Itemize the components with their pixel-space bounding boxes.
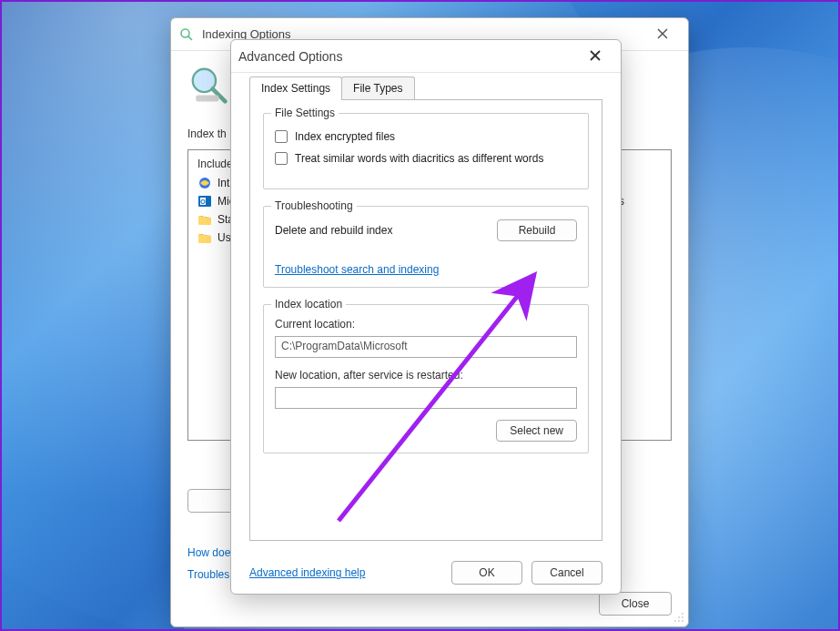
select-new-button[interactable]: Select new <box>496 420 577 442</box>
resize-grip-icon[interactable] <box>673 612 684 623</box>
label-encrypted: Index encrypted files <box>295 130 395 143</box>
window-advanced-options: Advanced Options Index Settings File Typ… <box>230 39 622 595</box>
group-file-settings: File Settings Index encrypted files Trea… <box>263 113 589 189</box>
close-button-indexing[interactable] <box>644 22 681 47</box>
svg-text:O: O <box>200 198 206 205</box>
label-delete-rebuild: Delete and rebuild index <box>275 224 392 237</box>
advanced-indexing-help-link[interactable]: Advanced indexing help <box>249 566 365 579</box>
folder-icon <box>197 230 212 245</box>
titlebar-advanced: Advanced Options <box>231 40 621 73</box>
group-troubleshooting: Troubleshooting Delete and rebuild index… <box>263 206 589 288</box>
troubleshoot-search-link[interactable]: Troubleshoot search and indexing <box>275 263 439 276</box>
legend-index-location: Index location <box>271 298 346 310</box>
troubleshoot-link-partial[interactable]: Troubles <box>187 568 230 581</box>
label-new-location: New location, after service is restarted… <box>275 369 577 382</box>
label-current-location: Current location: <box>275 318 577 331</box>
svg-point-11 <box>682 620 683 622</box>
field-current-location: C:\ProgramData\Microsoft <box>275 336 577 358</box>
rebuild-button[interactable]: Rebuild <box>497 219 577 241</box>
how-does-indexing-link[interactable]: How doe <box>187 546 230 559</box>
group-index-location: Index location Current location: C:\Prog… <box>263 304 589 453</box>
magnifier-icon <box>187 64 229 106</box>
field-new-location[interactable] <box>275 387 577 409</box>
svg-point-14 <box>674 620 676 622</box>
tab-index-settings[interactable]: Index Settings <box>249 76 342 100</box>
cancel-button[interactable]: Cancel <box>531 561 602 585</box>
list-item-label: Int <box>218 177 229 189</box>
title-advanced: Advanced Options <box>238 49 342 64</box>
svg-point-16 <box>682 613 683 615</box>
outlook-icon: O <box>197 194 212 209</box>
svg-point-15 <box>678 616 680 618</box>
tab-file-types[interactable]: File Types <box>341 76 414 100</box>
tabs: Index Settings File Types <box>249 76 602 100</box>
checkbox-diacritics[interactable] <box>275 152 288 165</box>
indexing-options-icon <box>178 26 195 43</box>
ok-button[interactable]: OK <box>451 561 522 585</box>
folder-icon <box>197 212 212 227</box>
close-button-advanced[interactable] <box>577 44 613 69</box>
svg-line-1 <box>188 36 193 40</box>
ie-icon <box>197 176 212 190</box>
close-icon <box>590 49 601 64</box>
svg-rect-6 <box>196 96 218 102</box>
svg-point-12 <box>678 620 680 622</box>
legend-troubleshooting: Troubleshooting <box>271 199 357 212</box>
close-icon <box>657 27 668 42</box>
legend-file-settings: File Settings <box>271 107 339 119</box>
checkbox-encrypted[interactable] <box>275 130 288 143</box>
label-diacritics: Treat similar words with diacritics as d… <box>295 152 543 165</box>
svg-point-13 <box>682 616 683 618</box>
tab-panel-index-settings: File Settings Index encrypted files Trea… <box>249 99 602 541</box>
